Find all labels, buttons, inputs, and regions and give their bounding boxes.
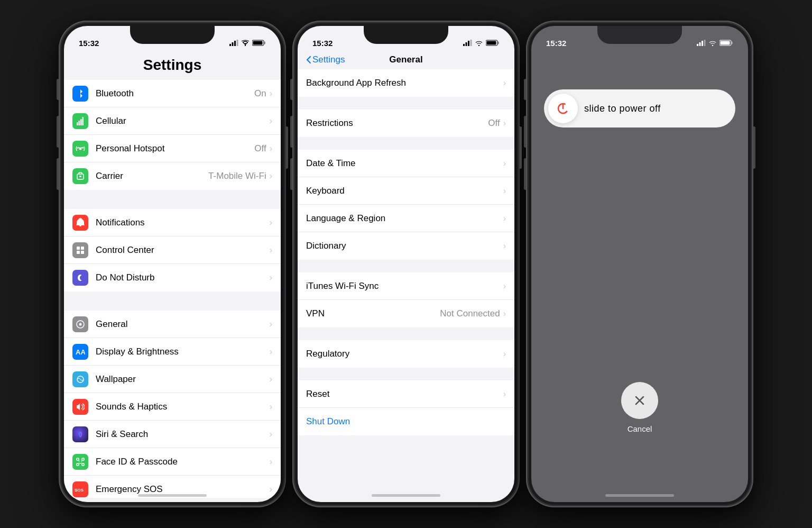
- general-label: General: [96, 319, 270, 330]
- bluetooth-icon: [72, 86, 88, 102]
- signal-icon-3: [697, 40, 706, 46]
- hotspot-chevron: ›: [270, 144, 272, 153]
- sep-g4: [298, 327, 514, 340]
- volume-up-button-3: [524, 116, 526, 148]
- svg-rect-44: [704, 40, 706, 46]
- svg-rect-14: [79, 176, 81, 177]
- settings-list-2[interactable]: Background App Refresh › Restrictions Of…: [298, 69, 514, 493]
- iphone-1: 15:32: [59, 21, 286, 507]
- date-time-item[interactable]: Date & Time ›: [298, 150, 514, 177]
- sep-g2: [298, 137, 514, 150]
- svg-rect-1: [232, 42, 234, 46]
- itunes-chevron: ›: [503, 281, 506, 291]
- svg-point-45: [712, 45, 713, 46]
- sounds-item[interactable]: Sounds & Haptics ›: [64, 393, 281, 421]
- power-slider-handle[interactable]: [548, 94, 578, 123]
- wallpaper-icon: [72, 371, 88, 387]
- sep-g5: [298, 368, 514, 380]
- back-button-2[interactable]: Settings: [306, 54, 345, 65]
- power-button-3: [753, 126, 755, 169]
- power-slider-container[interactable]: slide to power off: [531, 89, 748, 128]
- vpn-value: Not Connected: [440, 308, 500, 319]
- sounds-chevron: ›: [270, 402, 272, 412]
- svg-rect-26: [82, 463, 84, 466]
- sep-1: [64, 190, 281, 209]
- svg-rect-3: [237, 40, 238, 46]
- svg-rect-2: [234, 41, 236, 46]
- svg-point-27: [79, 460, 80, 461]
- display-chevron: ›: [270, 347, 272, 357]
- sos-icon: SOS: [72, 481, 88, 497]
- sep-2: [64, 292, 281, 311]
- section-date-lang: Date & Time › Keyboard › Language & Regi…: [298, 150, 514, 260]
- cancel-btn-container[interactable]: Cancel: [621, 382, 658, 433]
- wifi-icon-1: [241, 40, 250, 46]
- wallpaper-item[interactable]: Wallpaper ›: [64, 366, 281, 393]
- sounds-icon: [72, 399, 88, 415]
- shutdown-label: Shut Down: [306, 416, 506, 427]
- language-item[interactable]: Language & Region ›: [298, 205, 514, 232]
- display-item[interactable]: AA Display & Brightness ›: [64, 338, 281, 366]
- svg-rect-10: [80, 119, 82, 125]
- svg-rect-41: [697, 44, 698, 46]
- faceid-item[interactable]: Face ID & Passcode ›: [64, 448, 281, 476]
- sos-label: Emergency SOS: [96, 484, 270, 495]
- svg-rect-23: [77, 458, 79, 460]
- silent-switch: [57, 79, 59, 100]
- section-notifications: Notifications › Control Center ›: [64, 209, 281, 292]
- power-icon: [556, 101, 570, 116]
- notch-2: [364, 26, 448, 44]
- svg-rect-34: [466, 42, 467, 46]
- settings-list-1[interactable]: Bluetooth On › Cellular ›: [64, 80, 281, 498]
- carrier-item[interactable]: Carrier T-Mobile Wi-Fi ›: [64, 162, 281, 190]
- svg-rect-35: [468, 41, 469, 46]
- notifications-item[interactable]: Notifications ›: [64, 209, 281, 236]
- cancel-button[interactable]: [621, 382, 658, 419]
- svg-point-20: [79, 323, 82, 325]
- wifi-icon-2: [475, 40, 483, 46]
- home-indicator-3: [605, 494, 674, 497]
- keyboard-item[interactable]: Keyboard ›: [298, 177, 514, 205]
- svg-rect-9: [79, 121, 80, 125]
- svg-text:SOS: SOS: [75, 488, 84, 493]
- reset-item[interactable]: Reset ›: [298, 380, 514, 408]
- do-not-disturb-item[interactable]: Do Not Disturb ›: [64, 264, 281, 292]
- power-button-2: [520, 126, 522, 169]
- siri-chevron: ›: [270, 430, 272, 439]
- siri-label: Siri & Search: [96, 429, 270, 440]
- svg-rect-39: [498, 42, 500, 44]
- hotspot-item[interactable]: Personal Hotspot Off ›: [64, 135, 281, 162]
- cellular-label: Cellular: [96, 116, 270, 126]
- dictionary-item[interactable]: Dictionary ›: [298, 232, 514, 260]
- general-item[interactable]: General ›: [64, 311, 281, 338]
- svg-rect-40: [487, 41, 496, 45]
- language-label: Language & Region: [306, 213, 503, 224]
- phones-container: 15:32: [0, 0, 812, 528]
- svg-rect-18: [81, 251, 84, 254]
- section-reset: Reset › Shut Down: [298, 380, 514, 435]
- restrictions-item[interactable]: Restrictions Off ›: [298, 110, 514, 137]
- date-time-chevron: ›: [503, 159, 506, 168]
- vpn-item[interactable]: VPN Not Connected ›: [298, 300, 514, 327]
- volume-down-button-2: [290, 158, 292, 190]
- bg-refresh-item[interactable]: Background App Refresh ›: [298, 69, 514, 97]
- home-indicator-2: [372, 494, 440, 497]
- siri-item[interactable]: Siri & Search ›: [64, 421, 281, 448]
- svg-rect-17: [77, 251, 80, 254]
- power-slider[interactable]: slide to power off: [544, 89, 735, 128]
- regulatory-chevron: ›: [503, 349, 506, 359]
- section-regulatory: Regulatory ›: [298, 340, 514, 368]
- itunes-item[interactable]: iTunes Wi-Fi Sync ›: [298, 272, 514, 300]
- svg-rect-42: [699, 42, 701, 46]
- regulatory-item[interactable]: Regulatory ›: [298, 340, 514, 368]
- home-indicator-1: [138, 494, 207, 497]
- control-center-item[interactable]: Control Center ›: [64, 236, 281, 264]
- cellular-item[interactable]: Cellular ›: [64, 107, 281, 135]
- shutdown-item[interactable]: Shut Down: [298, 408, 514, 435]
- carrier-chevron: ›: [270, 171, 272, 181]
- bluetooth-item[interactable]: Bluetooth On ›: [64, 80, 281, 107]
- battery-icon-3: [719, 40, 733, 46]
- svg-rect-36: [470, 40, 472, 46]
- svg-rect-47: [732, 42, 733, 44]
- signal-icon-1: [229, 40, 238, 46]
